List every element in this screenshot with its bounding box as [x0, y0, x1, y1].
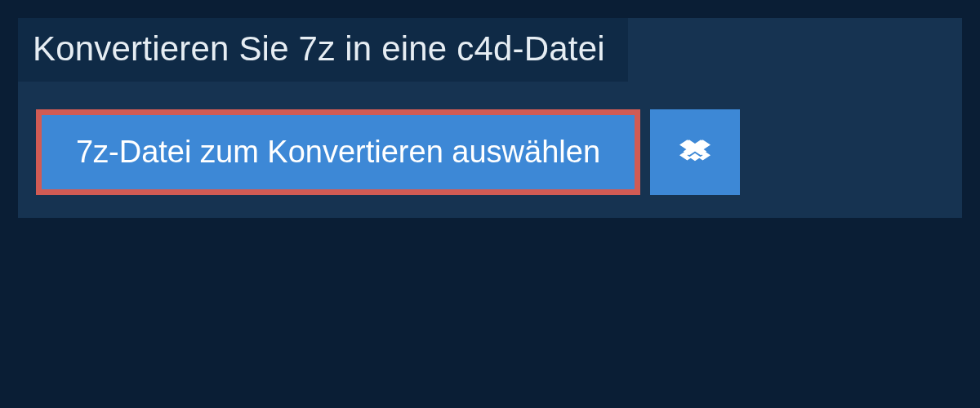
converter-panel: Konvertieren Sie 7z in eine c4d-Datei 7z… [18, 18, 962, 218]
choose-file-label: 7z-Datei zum Konvertieren auswählen [76, 135, 600, 170]
page-title: Konvertieren Sie 7z in eine c4d-Datei [33, 29, 605, 68]
dropbox-icon [679, 137, 710, 168]
dropbox-button[interactable] [650, 109, 740, 195]
choose-file-button[interactable]: 7z-Datei zum Konvertieren auswählen [36, 109, 640, 195]
title-bar: Konvertieren Sie 7z in eine c4d-Datei [18, 18, 628, 82]
button-row: 7z-Datei zum Konvertieren auswählen [36, 109, 962, 195]
